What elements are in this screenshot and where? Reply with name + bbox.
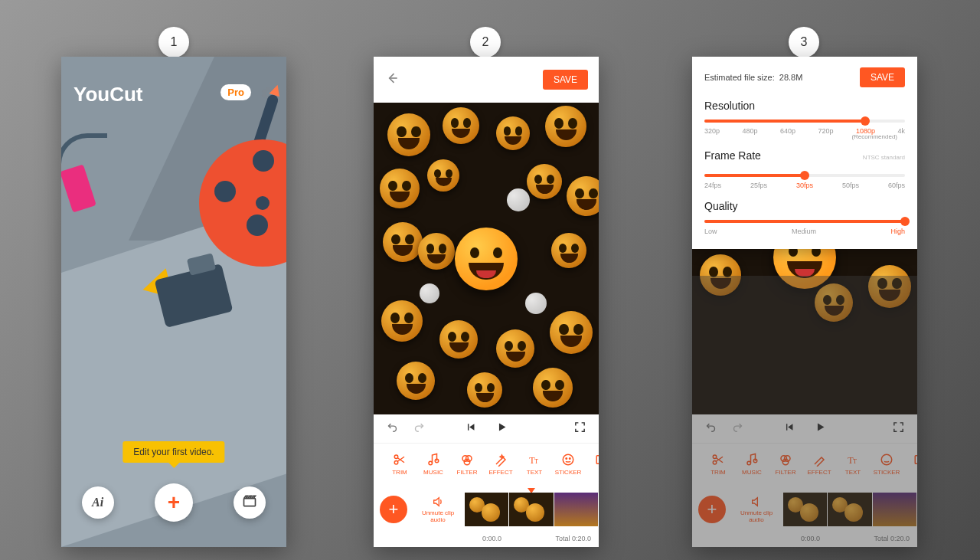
estimated-size-label: Estimated file size: xyxy=(704,73,775,82)
screen-editor: SAVE xyxy=(374,57,599,547)
timeline-thumb-2[interactable] xyxy=(509,493,553,526)
tool-trim-label: TRIM xyxy=(392,469,407,476)
undo-icon[interactable] xyxy=(386,421,399,437)
svg-point-12 xyxy=(570,457,571,459)
editor-header: SAVE xyxy=(374,57,599,103)
play-icon[interactable] xyxy=(495,421,508,437)
resolution-slider[interactable] xyxy=(704,120,905,123)
quality-medium[interactable]: Medium xyxy=(792,228,816,235)
new-project-button[interactable]: + xyxy=(155,483,193,522)
res-4k[interactable]: 4k xyxy=(897,127,905,135)
tool-filter[interactable]: FILTER xyxy=(450,453,484,476)
tool-sticker-label: STICKER xyxy=(555,469,582,476)
timeline-thumbnails[interactable] xyxy=(464,492,599,527)
svg-rect-13 xyxy=(596,455,599,463)
svg-point-11 xyxy=(566,457,567,459)
pro-badge[interactable]: Pro xyxy=(220,84,251,100)
tool-text-label: TEXT xyxy=(527,469,542,476)
fr-25[interactable]: 25fps xyxy=(750,182,767,189)
framerate-ticks: 24fps 25fps 30fps 50fps 60fps xyxy=(704,182,905,189)
res-720p[interactable]: 720p xyxy=(818,127,833,135)
svg-text:T: T xyxy=(534,457,538,464)
screen-export: TRIM MUSIC FILTER EFFECT TTTEXT STICKER … xyxy=(692,57,917,547)
ntsc-label: NTSC standard xyxy=(863,154,905,161)
timeline-thumb-1[interactable] xyxy=(465,493,508,526)
framerate-slider-handle[interactable] xyxy=(800,171,809,180)
quality-ticks: Low Medium High xyxy=(704,228,905,235)
time-total-label: Total 0:20.0 xyxy=(555,535,591,547)
plus-icon: + xyxy=(389,499,399,519)
fr-50[interactable]: 50fps xyxy=(842,182,859,189)
step-badge-3-label: 3 xyxy=(801,35,808,49)
save-button[interactable]: SAVE xyxy=(543,70,588,90)
prev-frame-icon[interactable] xyxy=(464,421,477,437)
tool-effect-label: EFFECT xyxy=(488,469,512,476)
fr-60[interactable]: 60fps xyxy=(888,182,905,189)
unmute-label-1: Unmute clip xyxy=(422,509,454,516)
tool-music-label: MUSIC xyxy=(423,469,443,476)
resolution-recommended-label: (Recommended) xyxy=(704,133,897,140)
screen-home: YouCut Pro Edit your first video. Ai + xyxy=(61,57,286,547)
step-badge-1: 1 xyxy=(158,27,189,57)
drafts-button[interactable] xyxy=(234,486,266,519)
resolution-slider-handle[interactable] xyxy=(861,116,870,126)
tool-music[interactable]: MUSIC xyxy=(416,453,450,476)
time-start-label: 0:00.0 xyxy=(482,535,501,547)
add-clip-button[interactable]: + xyxy=(380,496,407,523)
tool-trim[interactable]: TRIM xyxy=(383,453,416,476)
framerate-title: Frame Rate xyxy=(704,149,761,162)
quality-low[interactable]: Low xyxy=(704,228,717,235)
unmute-clip-button[interactable]: Unmute clip audio xyxy=(412,496,464,523)
res-480p[interactable]: 480p xyxy=(742,127,757,135)
timeline-labels: 0:00.0 Total 0:20.0 xyxy=(374,535,599,547)
export-panel: Estimated file size: 28.8M SAVE Resoluti… xyxy=(692,57,917,249)
ai-label: Ai xyxy=(92,496,103,509)
plus-icon: + xyxy=(168,490,180,515)
step-badge-3: 3 xyxy=(789,27,819,57)
estimated-size-value: 28.8M xyxy=(779,73,803,82)
quality-slider-handle[interactable] xyxy=(900,217,910,226)
resolution-title: Resolution xyxy=(704,100,905,112)
first-video-tooltip: Edit your first video. xyxy=(122,441,224,463)
app-logo: YouCut xyxy=(74,83,143,106)
quality-slider[interactable] xyxy=(704,220,905,223)
svg-point-7 xyxy=(464,459,470,465)
res-640p[interactable]: 640p xyxy=(780,127,795,135)
fr-30[interactable]: 30fps xyxy=(796,182,813,189)
tool-filter-label: FILTER xyxy=(457,469,478,476)
timeline-thumb-3[interactable] xyxy=(554,493,598,526)
res-320p[interactable]: 320p xyxy=(704,127,720,135)
home-dock: Ai + xyxy=(61,481,286,524)
tools-strip[interactable]: TRIM MUSIC FILTER EFFECT TTTEXT STICKER … xyxy=(374,443,599,484)
svg-rect-0 xyxy=(244,499,256,506)
step-badge-2: 2 xyxy=(470,27,501,57)
step-badge-1-label: 1 xyxy=(171,35,178,49)
quality-high[interactable]: High xyxy=(890,228,905,235)
framerate-slider[interactable] xyxy=(704,174,905,177)
step-badge-2-label: 2 xyxy=(482,35,489,49)
svg-point-2 xyxy=(394,460,398,464)
home-illustration: YouCut Pro Edit your first video. Ai + xyxy=(61,57,286,547)
quality-title: Quality xyxy=(704,200,905,212)
export-save-button[interactable]: SAVE xyxy=(860,67,905,87)
clapperboard-icon xyxy=(242,493,257,512)
video-preview[interactable] xyxy=(374,103,599,414)
tool-effect[interactable]: EFFECT xyxy=(484,453,518,476)
fullscreen-icon[interactable] xyxy=(573,421,586,437)
svg-point-1 xyxy=(394,455,398,459)
back-icon[interactable] xyxy=(384,70,400,89)
ai-button[interactable]: Ai xyxy=(82,486,114,519)
tool-pip[interactable]: P xyxy=(585,453,599,476)
timeline[interactable]: + Unmute clip audio xyxy=(374,484,599,535)
svg-point-10 xyxy=(563,454,573,465)
unmute-label-2: audio xyxy=(430,516,446,523)
fr-24[interactable]: 24fps xyxy=(704,182,721,189)
modal-backdrop[interactable] xyxy=(692,276,917,547)
tool-sticker[interactable]: STICKER xyxy=(551,453,585,476)
redo-icon[interactable] xyxy=(413,421,426,437)
playback-controls xyxy=(374,414,599,443)
tool-text[interactable]: TTTEXT xyxy=(518,453,551,476)
